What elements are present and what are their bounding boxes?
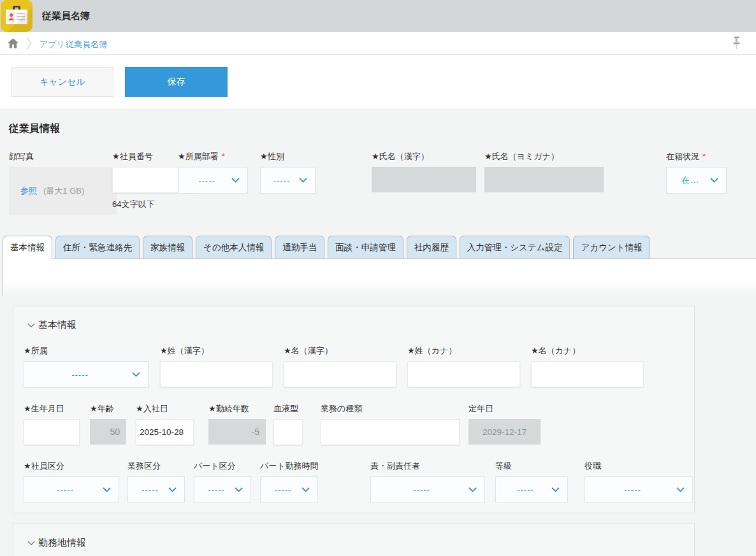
basic-info-panel: 基本情報 ★所属 ----- ★姓（漢字） ★名（漢字） ★姓（カナ） ★名（カ… [13,306,695,513]
page-title: 従業員名簿 [42,10,90,22]
manager-label: 責・副責任者 [370,460,485,476]
birthdate-input[interactable] [24,419,80,445]
blood-type-field: 血液型 [273,403,303,445]
last-name-kanji-label: ★姓（漢字） [160,345,273,361]
part-hours-value: ----- [268,485,298,495]
department-value: ----- [186,176,228,185]
chevron-down-icon [710,178,718,183]
tab-family-info[interactable]: 家族情報 [143,236,193,259]
part-class-field: パート区分 ----- [194,460,251,503]
tab-other-personal[interactable]: その他本人情報 [196,236,272,259]
workplace-group-header[interactable]: 勤務地情報 [27,537,86,549]
position-value: ----- [593,485,672,495]
pin-icon[interactable] [732,36,741,52]
birthdate-label: ★生年月日 [24,403,80,419]
name-kana-label: ★氏名（ヨミガナ） [484,151,604,167]
employee-register-page: { "header": { "title": "従業員名簿" }, "bread… [0,0,756,556]
work-class-label: 業務区分 [127,460,185,476]
department-select[interactable]: ----- [178,167,248,194]
manager-select[interactable]: ----- [370,476,485,503]
retirement-date-field: 定年日 2029-12-17 [469,403,541,445]
chevron-down-icon [103,487,111,492]
tab-interview-application[interactable]: 面談・申請管理 [328,236,403,259]
chevron-down-icon [27,541,35,546]
tab-address-emergency[interactable]: 住所・緊急連絡先 [55,236,140,259]
basic-info-group-header[interactable]: 基本情報 [27,319,76,331]
gender-select[interactable]: ----- [260,167,316,194]
chevron-down-icon [27,323,35,328]
status-select[interactable]: 在… [666,167,727,194]
chevron-down-icon [676,487,685,492]
photo-browse-link[interactable]: 参照 [20,185,37,197]
save-button[interactable]: 保存 [125,67,228,97]
affiliation-label: ★所属 [24,345,149,361]
position-label: 役職 [585,460,693,476]
cancel-button[interactable]: キャンセル [11,67,113,97]
affiliation-field: ★所属 ----- [24,345,149,388]
first-name-kanji-input[interactable] [284,361,396,387]
part-class-label: パート区分 [194,460,251,476]
tab-internal-history[interactable]: 社内履歴 [407,236,456,259]
job-type-field: 業務の種類 [321,403,460,445]
first-name-kana-input[interactable] [531,361,644,387]
affiliation-select[interactable]: ----- [24,361,149,388]
first-name-kanji-field: ★名（漢字） [284,345,396,387]
tenure-label: ★勤続年数 [208,403,266,419]
name-kanji-field: ★氏名（漢字） [372,151,476,192]
title-bar: 従業員名簿 [0,0,756,32]
position-select[interactable]: ----- [585,476,693,503]
app-icon[interactable] [1,0,33,32]
tenure-field: ★勤続年数 -5 [208,403,266,445]
work-class-select[interactable]: ----- [127,476,185,503]
chevron-down-icon [132,372,140,377]
tab-basic-info[interactable]: 基本情報 [3,236,52,259]
employee-class-select[interactable]: ----- [24,476,119,503]
breadcrumb: アプリ: 従業員名簿 [0,32,756,55]
tab-input-system-settings[interactable]: 入力管理・システム設定 [460,236,571,259]
home-icon[interactable] [8,38,18,50]
blood-type-input[interactable] [273,419,303,445]
workplace-panel: 勤務地情報 [13,524,695,556]
position-field: 役職 ----- [585,460,693,503]
tab-account-info[interactable]: アカウント情報 [573,236,650,259]
chevron-down-icon [231,178,240,183]
job-type-input[interactable] [321,419,460,445]
gender-value: ----- [268,176,295,185]
grade-select[interactable]: ----- [495,476,568,503]
id-card-icon [6,6,27,25]
part-hours-field: パート勤務時間 ----- [260,460,319,503]
chevron-down-icon [302,487,310,492]
group-title: 勤務地情報 [38,537,86,549]
group-title: 基本情報 [38,319,76,331]
age-readonly: 50 [90,419,126,445]
status-label: 在籍状況 [666,152,699,161]
chevron-down-icon [299,178,307,183]
name-kanji-readonly [372,167,476,192]
last-name-kanji-input[interactable] [160,361,273,387]
tab-strip: 基本情報 住所・緊急連絡先 家族情報 その他本人情報 通勤手当 面談・申請管理 … [3,236,756,259]
retirement-date-label: 定年日 [469,403,541,419]
manager-value: ----- [379,485,465,495]
chevron-right-icon [25,36,33,52]
part-hours-label: パート勤務時間 [260,460,319,476]
tab-commute-allowance[interactable]: 通勤手当 [275,236,324,259]
chevron-down-icon [168,487,177,492]
last-name-kana-input[interactable] [407,361,520,387]
part-class-value: ----- [202,485,231,495]
first-name-kana-label: ★名（カナ） [531,345,644,361]
hire-date-label: ★入社日 [136,403,194,419]
section-title: 従業員情報 [9,122,60,136]
gender-label: ★性別 [260,151,316,167]
photo-label: 顔写真 [9,151,34,167]
part-hours-select[interactable]: ----- [260,476,318,503]
last-name-kana-field: ★姓（カナ） [407,345,520,387]
department-field: ★所属部署* ----- [178,151,248,194]
part-class-select[interactable]: ----- [194,476,251,503]
chevron-down-icon [235,487,243,492]
required-star: * [222,152,225,161]
breadcrumb-app-link[interactable]: 従業員名簿 [66,39,107,50]
manager-field: 責・副責任者 ----- [370,460,485,503]
first-name-kanji-label: ★名（漢字） [284,345,396,361]
hire-date-input[interactable]: 2025-10-28 [136,419,194,445]
blood-type-label: 血液型 [273,403,303,419]
